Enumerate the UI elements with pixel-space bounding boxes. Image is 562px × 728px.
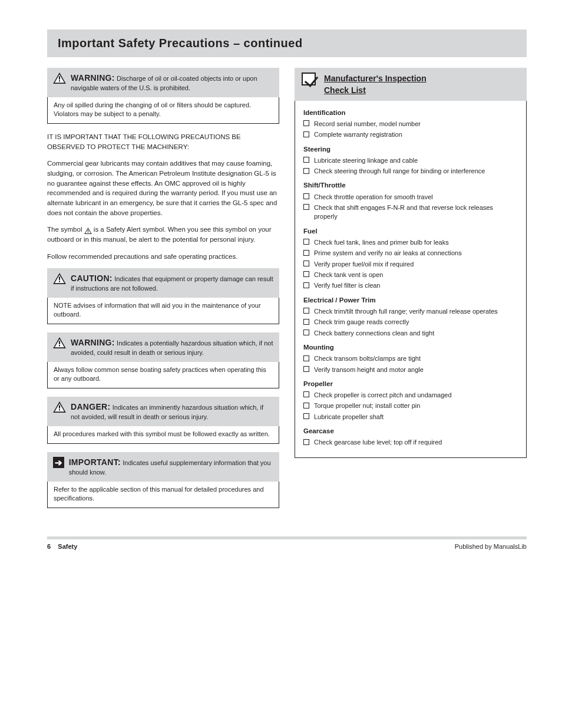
- checklist-item: Check trim gauge reads correctly: [303, 318, 518, 327]
- checklist-item: Prime system and verify no air leaks at …: [303, 249, 518, 258]
- checklist-item: Check trim/tilt through full range; veri…: [303, 307, 518, 316]
- checklist-section-title: Shift/Throttle: [303, 180, 518, 190]
- caution-box: CAUTION: Indicates that equipment or pro…: [47, 268, 279, 324]
- checklist-item: Verify transom height and motor angle: [303, 365, 518, 374]
- checklist-item-text: Check gearcase lube level; top off if re…: [314, 438, 518, 447]
- svg-rect-9: [59, 409, 60, 410]
- footer-section-name: Safety: [58, 543, 77, 550]
- svg-rect-2: [88, 229, 88, 231]
- checklist-item-text: Check trim gauge reads correctly: [314, 318, 518, 327]
- checklist-item: Check gearcase lube level; top off if re…: [303, 438, 518, 447]
- svg-rect-5: [59, 281, 60, 282]
- checkbox-icon: [303, 131, 309, 137]
- warning-icon: [53, 401, 66, 413]
- checklist-item: Check that shift engages F-N-R and that …: [303, 203, 518, 222]
- checklist-item-text: Check tank vent is open: [314, 271, 518, 279]
- checklist-title-2: Check List: [324, 85, 366, 95]
- checklist-body: IdentificationRecord serial number, mode…: [295, 101, 527, 458]
- checklist-item-text: Verify proper fuel/oil mix if required: [314, 260, 518, 269]
- paragraph-1: IT IS IMPORTANT THAT THE FOLLOWING PRECA…: [47, 132, 279, 151]
- danger-box: DANGER: Indicates an imminently hazardou…: [47, 397, 279, 444]
- inline-warning-icon: [84, 227, 92, 233]
- checkbox-icon: [303, 308, 309, 314]
- checklist-item-text: Lubricate propeller shaft: [314, 413, 518, 421]
- important-box: ➔ IMPORTANT: Indicates useful supplement…: [47, 452, 279, 508]
- checklist-item: Verify proper fuel/oil mix if required: [303, 260, 518, 269]
- checkbox-icon: [303, 330, 309, 335]
- page-footer: 6 Safety Published by ManualsLib: [47, 536, 527, 550]
- checklist-item-text: Torque propeller nut; install cotter pin: [314, 401, 518, 410]
- checkbox-icon: [303, 204, 309, 210]
- warning-body: Always follow common sense boating safet…: [47, 362, 279, 388]
- svg-rect-6: [59, 341, 60, 344]
- checklist-item: Check fuel tank, lines and primer bulb f…: [303, 238, 518, 247]
- checklist-section-title: Propeller: [303, 379, 518, 388]
- checklist-section-title: Steering: [303, 144, 518, 154]
- checklist-item-text: Complete warranty registration: [314, 130, 518, 139]
- checkbox-icon: [303, 282, 309, 288]
- checklist-section-title: Fuel: [303, 226, 518, 236]
- checklist-item-text: Check fuel tank, lines and primer bulb f…: [314, 238, 518, 247]
- svg-rect-0: [59, 76, 60, 80]
- checkbox-icon: [303, 319, 309, 325]
- checklist-section-title: Gearcase: [303, 426, 518, 436]
- checklist-item-text: Check battery connections clean and tigh…: [314, 329, 518, 338]
- checkmark-icon: [302, 73, 316, 85]
- checklist-item: Complete warranty registration: [303, 130, 518, 139]
- checklist-item: Check transom bolts/clamps are tight: [303, 354, 518, 363]
- warning-head: WARNING: Discharge of oil or oil-coated …: [47, 68, 279, 97]
- warning-head: WARNING: Indicates a potentially hazardo…: [47, 332, 279, 362]
- checklist-title-1: Manufacturer's Inspection: [324, 73, 427, 85]
- checklist-item-text: Verify transom height and motor angle: [314, 365, 518, 374]
- checkbox-icon: [303, 261, 309, 266]
- footer-page-number: 6: [47, 543, 51, 550]
- checklist-item-text: Check transom bolts/clamps are tight: [314, 354, 518, 363]
- caution-head: CAUTION: Indicates that equipment or pro…: [47, 268, 279, 298]
- checklist-item-text: Prime system and verify no air leaks at …: [314, 249, 518, 258]
- checklist-item-text: Check that shift engages F-N-R and that …: [314, 203, 518, 222]
- checklist-item-text: Check steering through full range for bi…: [314, 167, 518, 176]
- section-title-bar: Important Safety Precautions – continued: [47, 29, 527, 57]
- warning-icon: [53, 337, 66, 348]
- important-body: Refer to the applicable section of this …: [47, 482, 279, 508]
- warning-box-2: WARNING: Indicates a potentially hazardo…: [47, 332, 279, 388]
- warning-label: WARNING:: [71, 73, 115, 83]
- left-column: WARNING: Discharge of oil or oil-coated …: [47, 68, 279, 516]
- checklist-item-text: Record serial number, model number: [314, 120, 518, 129]
- checklist-item: Verify fuel filter is clean: [303, 281, 518, 290]
- two-column-layout: WARNING: Discharge of oil or oil-coated …: [47, 68, 527, 516]
- checklist-item: Lubricate propeller shaft: [303, 413, 518, 421]
- checklist-item-text: Check throttle operation for smooth trav…: [314, 193, 518, 202]
- paragraph-3: The symbol is a Safety Alert symbol. Whe…: [47, 225, 279, 244]
- warning-icon: [53, 73, 66, 84]
- checklist-section-title: Electrical / Power Trim: [303, 295, 518, 305]
- danger-body: All procedures marked with this symbol m…: [47, 426, 279, 444]
- danger-head: DANGER: Indicates an imminently hazardou…: [47, 397, 279, 426]
- checkbox-icon: [303, 403, 309, 409]
- warning-box-1: WARNING: Discharge of oil or oil-coated …: [47, 68, 279, 124]
- checklist-item: Record serial number, model number: [303, 120, 518, 129]
- section-title-continued: – continued: [230, 37, 303, 50]
- checkbox-icon: [303, 120, 309, 126]
- checkbox-icon: [303, 239, 309, 245]
- checklist-item-text: Lubricate steering linkage and cable: [314, 156, 518, 165]
- checklist-item-text: Verify fuel filter is clean: [314, 281, 518, 290]
- warning-body: Any oil spilled during the changing of o…: [47, 97, 279, 124]
- checkbox-icon: [303, 355, 309, 361]
- checkbox-icon: [303, 413, 309, 419]
- checkbox-icon: [303, 271, 309, 277]
- checkbox-icon: [303, 157, 309, 163]
- checklist-item-text: Check propeller is correct pitch and und…: [314, 391, 518, 400]
- warning-icon: [53, 273, 66, 284]
- checkbox-icon: [303, 193, 309, 199]
- checklist-item: Torque propeller nut; install cotter pin: [303, 401, 518, 410]
- footer-right: Published by ManualsLib: [455, 543, 527, 550]
- checklist-item: Check tank vent is open: [303, 271, 518, 279]
- checklist-section-title: Mounting: [303, 342, 518, 352]
- checklist-item: Check battery connections clean and tigh…: [303, 329, 518, 338]
- warning-label: WARNING:: [71, 338, 115, 347]
- danger-label: DANGER:: [71, 402, 110, 411]
- caution-body: NOTE advises of information that will ai…: [47, 298, 279, 324]
- checkbox-icon: [303, 366, 309, 372]
- right-column: Manufacturer's Inspection Check List Ide…: [295, 68, 527, 516]
